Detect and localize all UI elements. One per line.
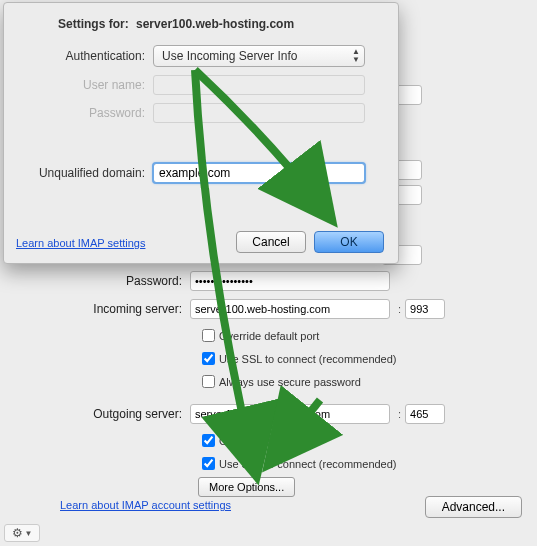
smtp-settings-dialog: Settings for: server100.web-hosting.com … [3, 2, 399, 264]
password-dialog-input [153, 103, 365, 123]
incoming-port-input[interactable] [405, 299, 445, 319]
select-arrows-icon: ▲▼ [352, 48, 360, 64]
dialog-footer: Cancel OK [4, 231, 398, 253]
more-options-button[interactable]: More Options... [198, 477, 295, 497]
out-ssl-row[interactable]: Use SSL to connect (recommended) [198, 454, 527, 473]
in-override-label: Override default port [219, 330, 319, 342]
password-input[interactable] [190, 271, 390, 291]
advanced-button[interactable]: Advanced... [425, 496, 522, 518]
out-ssl-checkbox[interactable] [202, 457, 215, 470]
outgoing-port-input[interactable] [405, 404, 445, 424]
unqualified-domain-input[interactable] [153, 163, 365, 183]
username-input [153, 75, 365, 95]
imap-account-settings-link[interactable]: Learn about IMAP account settings [60, 499, 231, 511]
in-secure-label: Always use secure password [219, 376, 361, 388]
dialog-title: Settings for: server100.web-hosting.com [58, 17, 384, 31]
out-override-checkbox[interactable] [202, 434, 215, 447]
password-row: Password: [60, 270, 527, 292]
unqualified-row: Unqualified domain: [18, 163, 384, 183]
authentication-value: Use Incoming Server Info [162, 49, 297, 63]
auth-label: Authentication: [18, 49, 153, 63]
port-separator: : [398, 303, 401, 315]
authentication-select[interactable]: Use Incoming Server Info ▲▼ [153, 45, 365, 67]
out-ssl-label: Use SSL to connect (recommended) [219, 458, 397, 470]
in-override-checkbox[interactable] [202, 329, 215, 342]
auth-row: Authentication: Use Incoming Server Info… [18, 45, 384, 67]
incoming-label: Incoming server: [60, 302, 190, 316]
ok-button[interactable]: OK [314, 231, 384, 253]
password-dialog-row: Password: [18, 103, 384, 123]
in-ssl-label: Use SSL to connect (recommended) [219, 353, 397, 365]
username-label: User name: [18, 78, 153, 92]
incoming-row: Incoming server: : [60, 298, 527, 320]
port-separator: : [398, 408, 401, 420]
outgoing-row: Outgoing server: : [60, 403, 527, 425]
in-secure-checkbox[interactable] [202, 375, 215, 388]
chevron-down-icon: ▼ [25, 529, 33, 538]
in-override-row[interactable]: Override default port [198, 326, 527, 345]
incoming-server-input[interactable] [190, 299, 390, 319]
username-row: User name: [18, 75, 384, 95]
outgoing-server-input[interactable] [190, 404, 390, 424]
gear-icon: ⚙ [12, 526, 23, 540]
out-override-label: Override default port [219, 435, 319, 447]
in-ssl-checkbox[interactable] [202, 352, 215, 365]
in-ssl-row[interactable]: Use SSL to connect (recommended) [198, 349, 527, 368]
gear-menu-button[interactable]: ⚙▼ [4, 524, 40, 542]
cancel-button[interactable]: Cancel [236, 231, 306, 253]
in-secure-row[interactable]: Always use secure password [198, 372, 527, 391]
out-override-row[interactable]: Override default port [198, 431, 527, 450]
password-dialog-label: Password: [18, 106, 153, 120]
outgoing-label: Outgoing server: [60, 407, 190, 421]
password-label: Password: [60, 274, 190, 288]
unqualified-label: Unqualified domain: [18, 166, 153, 180]
